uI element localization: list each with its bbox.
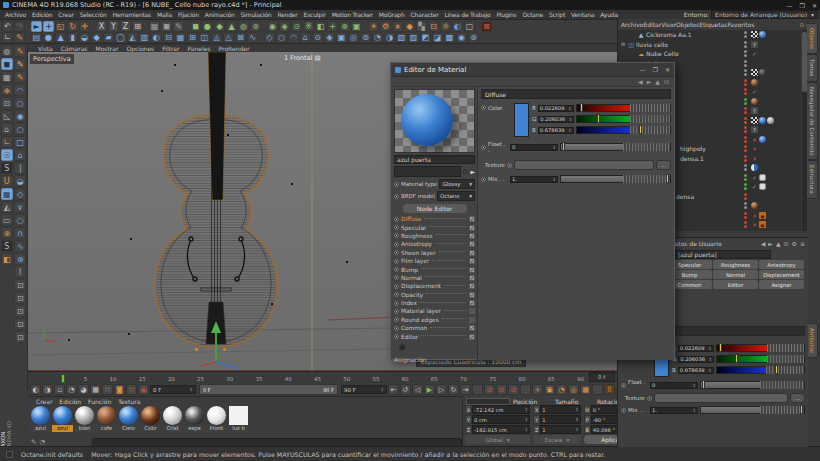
channel-checkbox[interactable]: ✓ [469, 233, 475, 239]
timeline-end-field[interactable]: 0 F [589, 372, 615, 382]
toolbar-icon[interactable]: ▥ [139, 32, 150, 43]
toolbar-icon[interactable]: ▮ [67, 32, 78, 43]
toolbar-icon[interactable]: ↻ [67, 21, 78, 32]
sidebar-mode-icon[interactable]: ◭ [1, 201, 13, 213]
attr-channel-tab[interactable]: Asignar [759, 280, 804, 289]
anim-tool-icon[interactable]: ◐ [30, 384, 41, 395]
value-field[interactable]: 0.206036 [678, 356, 714, 363]
sidebar-mode-icon[interactable]: ☉ [1, 149, 13, 161]
sidebar-tool-icon[interactable]: ⊛ [14, 253, 26, 265]
channel-checkbox[interactable]: ✓ [469, 325, 475, 331]
material-swatch[interactable]: blan [74, 406, 95, 432]
toolbar-icon[interactable]: ▦ [149, 21, 160, 32]
menu-item[interactable]: Esculpir [301, 11, 329, 18]
object-tags[interactable] [751, 107, 801, 114]
channel-checkbox[interactable]: ✓ [469, 258, 475, 264]
viewport-menu-item[interactable]: Cámaras [61, 45, 88, 52]
channel-row[interactable]: Displacement ✓ [394, 282, 475, 290]
toolbar-icon[interactable]: ◇ [264, 32, 275, 43]
toolbar-icon[interactable]: ◒ [79, 32, 90, 43]
radio-icon[interactable] [394, 250, 399, 255]
entorno-dropdown[interactable]: Entorno de Arranque (Usuario) ▾ [711, 10, 818, 19]
scale-mode-dropdown[interactable]: Escala▾ [533, 435, 580, 444]
toolbar-icon[interactable] [476, 21, 480, 32]
sidebar-tool-icon[interactable]: ◠ [14, 84, 26, 96]
viewport-menu-item[interactable]: Vista [38, 45, 53, 52]
color-swatch[interactable] [514, 103, 529, 137]
attr-channel-tab[interactable]: Normal [713, 270, 758, 279]
object-name[interactable]: lluvia cello [636, 41, 668, 48]
material-swatch[interactable]: espe [184, 406, 205, 432]
toolbar-icon[interactable] [262, 21, 266, 32]
sidebar-mode-icon[interactable]: S [1, 240, 13, 252]
transport-button[interactable]: + [532, 384, 543, 395]
menu-item[interactable]: Render [274, 11, 300, 18]
sidebar-mode-icon[interactable]: ∟ [1, 136, 13, 148]
menu-item[interactable]: Archivo [2, 11, 29, 18]
texture-browse-button[interactable]: ... [790, 393, 805, 403]
maximize-button[interactable]: ❐ [653, 66, 658, 73]
menu-item[interactable]: Malla [154, 11, 175, 18]
sidebar-mode-icon[interactable]: ⌂ [1, 123, 13, 135]
menu-item[interactable]: Octane [520, 11, 546, 18]
channel-row[interactable]: Roughness ✓ [394, 232, 475, 240]
color-slider[interactable] [716, 344, 805, 352]
object-name[interactable]: densa.1 [680, 155, 704, 162]
toolbar-icon[interactable]: ◎ [348, 32, 359, 43]
radio-icon[interactable] [481, 177, 486, 182]
visibility-dots[interactable] [744, 202, 747, 209]
editor-strip-icon[interactable]: ⊡ [664, 78, 669, 85]
coords-checkbox[interactable] [466, 398, 510, 405]
transport-button[interactable] [592, 384, 603, 395]
toolbar-icon[interactable] [185, 21, 189, 32]
object-tags[interactable] [751, 41, 801, 48]
menu-item[interactable]: Crear [55, 11, 76, 18]
channel-checkbox[interactable]: ✓ [469, 250, 475, 256]
menu-item[interactable]: Motion Tracker [329, 11, 376, 18]
channel-checkbox[interactable]: ✓ [469, 300, 475, 306]
menu-item[interactable]: Character [408, 11, 442, 18]
channel-row[interactable]: Index ✓ [394, 299, 475, 307]
toolbar-icon[interactable]: ◧ [315, 21, 326, 32]
float-slider[interactable] [560, 143, 671, 151]
value-field[interactable]: 0.206036 [538, 116, 574, 123]
slider-handle[interactable] [639, 125, 642, 134]
mix-slider[interactable] [560, 175, 671, 183]
channel-checkbox[interactable]: ✓ [469, 225, 475, 231]
value-field[interactable]: 0.022609 [538, 105, 574, 112]
panel-tab-atributos[interactable]: Atributos [807, 323, 818, 358]
editor-strip-icon[interactable]: ◀ [638, 78, 643, 85]
radio-icon[interactable] [394, 233, 399, 238]
sidebar-mode-icon[interactable]: ▦ [1, 71, 13, 83]
toolbar-icon[interactable]: ◉ [456, 32, 467, 43]
sidebar-tool-icon[interactable]: ⊡ [14, 318, 26, 330]
transport-button[interactable]: ⠿ [604, 384, 615, 395]
search-icon[interactable]: ⊙ [463, 168, 469, 176]
toolbar-icon[interactable]: ◈ [324, 32, 335, 43]
object-tags[interactable] [751, 183, 801, 190]
toolbar-icon[interactable]: ⌂ [300, 32, 311, 43]
status-checkbox[interactable] [6, 451, 13, 458]
viewport-menu-item[interactable]: Opciones [126, 45, 154, 52]
transport-button[interactable]: ⇥ [460, 384, 471, 395]
frontal-label[interactable]: 1 Frontal▤ [284, 54, 321, 62]
transport-button[interactable]: ▦ [580, 384, 591, 395]
visibility-dots[interactable] [744, 50, 747, 57]
color-slider[interactable] [716, 355, 805, 363]
toolbar-icon[interactable]: ⊕ [339, 21, 350, 32]
panel-tab[interactable]: Estructura [807, 160, 818, 199]
toolbar-icon[interactable]: ◑ [384, 32, 395, 43]
visibility-dots[interactable] [744, 155, 747, 162]
editor-strip-icon[interactable]: ► [647, 78, 652, 85]
visibility-dots[interactable] [744, 41, 747, 48]
material-name-field[interactable]: azul puerta [394, 155, 475, 164]
material-menu-item[interactable]: Edición [59, 398, 81, 405]
material-swatch[interactable]: cafe [96, 406, 117, 432]
transport-button[interactable]: ▶ [424, 384, 435, 395]
radio-icon[interactable] [621, 383, 626, 388]
radio-icon[interactable] [394, 326, 399, 331]
channel-row[interactable]: Bump ✓ [394, 265, 475, 273]
color-slider[interactable] [716, 366, 805, 374]
pen-icon[interactable]: ✎ [31, 438, 36, 446]
anim-tool-icon[interactable]: ∷ [126, 384, 137, 395]
